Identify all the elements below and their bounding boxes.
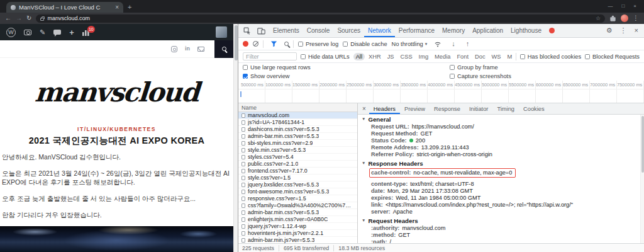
scrollbar-thumb[interactable] — [235, 25, 238, 60]
clear-network-log-icon[interactable] — [253, 41, 258, 47]
network-request-row[interactable]: admin-bar.min.js?ver=5.5.3 — [238, 237, 357, 243]
name-column-header[interactable]: Name — [238, 103, 357, 112]
minimize-button[interactable]: — — [608, 4, 613, 9]
network-request-row[interactable]: admin-bar.min.css?ver=5.5.3 — [238, 133, 357, 140]
device-toolbar-icon[interactable] — [255, 24, 268, 37]
capture-screenshots-checkbox[interactable]: Capture screenshots — [450, 73, 511, 79]
close-details-icon[interactable]: × — [359, 106, 369, 112]
network-overview[interactable]: 500000 ms1000000 ms1500000 ms2000000 ms2… — [238, 81, 644, 103]
scrollbar-thumb[interactable] — [641, 116, 644, 173]
browser-tab[interactable]: ManVSCloud – I Love Cloud C × — [6, 2, 123, 13]
network-request-row[interactable]: frontend.css?ver=7.17.0 — [238, 168, 357, 175]
request-type-filter[interactable]: All — [353, 53, 365, 60]
network-request-row[interactable]: enlighterjs.min.css?ver=0A0B0C — [238, 216, 357, 223]
page-scrollbar[interactable] — [233, 24, 238, 252]
devtools-tab[interactable]: Application — [469, 24, 507, 37]
network-request-row[interactable]: style.min.css?ver=5.5.3 — [238, 147, 357, 154]
devtools-tab[interactable]: Network — [364, 24, 395, 37]
export-har-icon[interactable]: ↑ — [463, 40, 473, 47]
network-request-row[interactable]: hoverintent-js.min.js?ver=2.2.1 — [238, 230, 357, 237]
show-overview-checkbox[interactable]: Show overview — [243, 73, 290, 79]
details-scrollbar[interactable] — [640, 115, 644, 243]
disable-cache-checkbox[interactable]: Disable cache — [343, 41, 387, 47]
network-request-row[interactable]: dashicons.min.css?ver=5.5.3 — [238, 126, 357, 133]
admin-avatar[interactable] — [216, 26, 227, 38]
network-request-row[interactable]: jquery.js?ver=1.12.4-wp — [238, 223, 357, 230]
site-search-button[interactable] — [214, 40, 233, 58]
details-tab[interactable]: Timing — [492, 103, 519, 114]
blocked-requests-checkbox[interactable]: Blocked Requests — [585, 54, 640, 60]
post-category-link[interactable]: IT/LINUX/KUBERNETES — [0, 126, 233, 135]
section-header[interactable]: ▼Response Headers — [362, 159, 639, 168]
request-type-filter[interactable]: Manifest — [505, 53, 512, 60]
window-close-button[interactable]: × — [633, 4, 636, 9]
devtools-tab[interactable]: Elements — [269, 24, 303, 37]
profile-avatar[interactable] — [621, 14, 628, 22]
record-network-log-icon[interactable] — [243, 41, 248, 47]
network-request-row[interactable]: css?family=Oswald%3A400%2C700%7CCrimson+… — [238, 202, 357, 209]
has-blocked-cookies-checkbox[interactable]: Has blocked cookies — [520, 54, 581, 60]
use-large-request-rows-checkbox[interactable]: Use large request rows — [243, 64, 311, 71]
reload-button[interactable]: ↻ — [26, 15, 31, 21]
network-request-row[interactable]: font-awesome.min.css?ver=5.5.3 — [238, 188, 357, 195]
network-request-row[interactable]: styles.css?ver=5.4 — [238, 154, 357, 161]
request-type-filter[interactable]: CSS — [397, 53, 414, 60]
site-logo[interactable]: manvscloud — [0, 58, 233, 126]
devtools-menu-icon[interactable]: ⋮ — [617, 27, 630, 34]
network-request-row[interactable]: admin-bar.min.css?ver=5.5.3 — [238, 209, 357, 216]
email-icon[interactable] — [197, 47, 204, 52]
network-request-row[interactable]: manvscloud.com — [238, 112, 357, 119]
details-tab[interactable]: Headers — [369, 103, 400, 114]
devtools-close-icon[interactable]: × — [631, 27, 641, 34]
devtools-settings-icon[interactable]: ⚙ — [603, 27, 616, 34]
back-button[interactable]: ← — [5, 15, 11, 21]
devtools-tab[interactable]: Console — [303, 24, 334, 37]
devtools-tab[interactable]: Performance — [395, 24, 438, 37]
network-request-row[interactable]: js?id=UA-178461344-1 — [238, 119, 357, 126]
request-type-filter[interactable]: JS — [385, 53, 397, 60]
error-badge-icon[interactable] — [549, 28, 555, 33]
camera-icon[interactable] — [24, 30, 31, 35]
instagram-icon[interactable] — [171, 46, 177, 52]
inspect-element-icon[interactable] — [241, 24, 253, 37]
network-request-row[interactable]: sbi-styles.min.css?ver=2.9 — [238, 140, 357, 147]
new-tab-button[interactable]: + — [128, 4, 131, 11]
wordpress-logo-icon[interactable]: W — [6, 28, 16, 37]
network-request-row[interactable]: responsive.css?ver=1.5 — [238, 195, 357, 202]
devtools-tab[interactable]: Memory — [438, 24, 469, 37]
forward-button[interactable]: → — [16, 15, 22, 21]
request-type-filter[interactable]: WS — [489, 53, 504, 60]
new-content-icon[interactable]: + — [69, 28, 74, 37]
network-search-icon[interactable] — [284, 42, 289, 46]
edit-icon[interactable]: ✎ — [40, 29, 45, 36]
details-tab[interactable]: Cookies — [519, 103, 549, 114]
details-tab[interactable]: Initiator — [465, 103, 493, 114]
tab-close-icon[interactable]: × — [115, 4, 119, 11]
group-by-frame-checkbox[interactable]: Group by frame — [450, 64, 498, 71]
network-conditions-icon[interactable] — [431, 41, 444, 47]
linkedin-icon[interactable]: in — [185, 46, 190, 52]
filter-toggle-icon[interactable] — [268, 40, 280, 47]
request-type-filter[interactable]: Font — [454, 53, 471, 60]
section-header[interactable]: ▼General — [362, 115, 639, 123]
stats-icon[interactable]: 10 — [82, 29, 89, 36]
import-har-icon[interactable]: ↓ — [448, 40, 458, 47]
details-tab[interactable]: Response — [430, 103, 465, 114]
section-header[interactable]: ▼Request Headers — [362, 217, 639, 225]
comments-icon[interactable] — [53, 30, 61, 35]
bookmark-star-icon[interactable]: ☆ — [596, 16, 601, 21]
throttling-dropdown[interactable]: No throttling▾ — [392, 41, 428, 47]
request-type-filter[interactable]: Img — [416, 53, 431, 60]
network-request-row[interactable]: style.css?ver=1.5 — [238, 175, 357, 181]
request-type-filter[interactable]: Media — [432, 53, 453, 60]
network-request-row[interactable]: public.css?ver=2.1.0 — [238, 161, 357, 168]
filter-input[interactable]: Filter — [243, 52, 297, 60]
preserve-log-checkbox[interactable]: Preserve log — [298, 41, 338, 47]
devtools-tab[interactable]: Lighthouse — [507, 24, 545, 37]
maximize-button[interactable]: □ — [621, 4, 625, 9]
details-tab[interactable]: Preview — [400, 103, 430, 114]
hide-data-urls-checkbox[interactable]: Hide data URLs — [301, 54, 350, 60]
network-request-row[interactable]: jquery.bxslider.css?ver=5.5.3 — [238, 181, 357, 188]
address-bar[interactable]: manvscloud.com ☆ — [36, 14, 605, 23]
request-type-filter[interactable]: Doc — [472, 53, 488, 60]
